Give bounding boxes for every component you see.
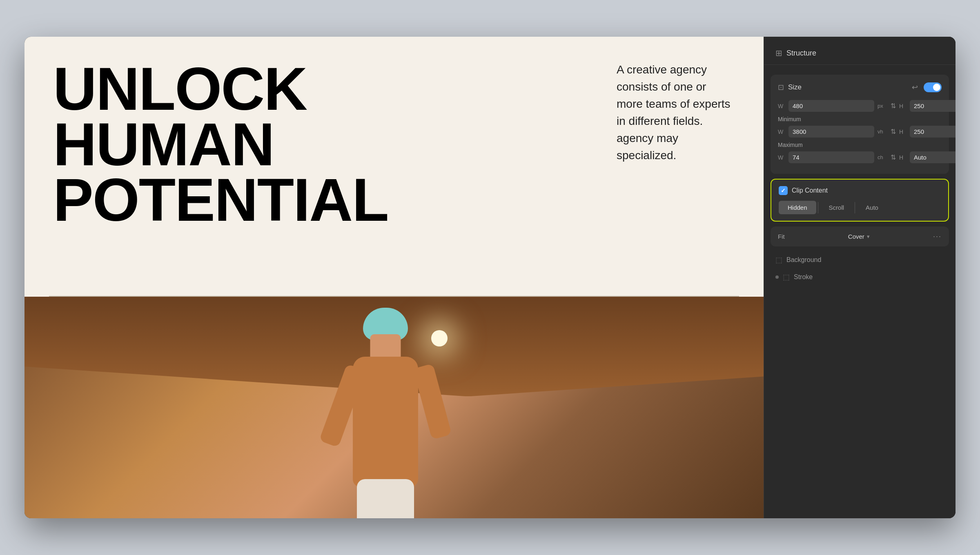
clip-option-scroll[interactable]: Scroll <box>820 201 853 214</box>
min-wh-row: W vh ⇅ H % <box>778 126 942 138</box>
maximum-label: Maximum <box>778 142 942 148</box>
max-swap-icon[interactable]: ⇅ <box>891 153 896 161</box>
size-icon: ⊡ <box>778 83 784 92</box>
clip-label: Clip Content <box>792 187 828 194</box>
fit-dropdown-label: Cover <box>848 233 864 240</box>
skater-legs <box>357 479 414 518</box>
min-swap-icon[interactable]: ⇅ <box>891 128 896 135</box>
skater-figure <box>320 308 451 507</box>
minimum-label: Minimum <box>778 116 942 122</box>
swap-icon[interactable]: ⇅ <box>891 102 896 110</box>
hero-top-section: UNLOCK HUMAN POTENTIAL A creative agency… <box>24 37 764 297</box>
panel-content: ⊡ Size ↩ W px ⇅ H px <box>764 65 956 518</box>
app-window: UNLOCK HUMAN POTENTIAL A creative agency… <box>24 37 956 518</box>
min-width-unit: vh <box>878 129 887 135</box>
max-height-input[interactable] <box>910 151 956 163</box>
size-section-header: ⊡ Size ↩ <box>778 81 942 93</box>
max-width-unit: ch <box>878 154 887 160</box>
height-input[interactable] <box>910 100 956 112</box>
max-height-label: H <box>899 154 906 161</box>
max-width-input[interactable] <box>788 151 874 163</box>
size-toggle[interactable] <box>924 82 942 92</box>
min-height-label: H <box>899 129 906 135</box>
max-wh-row: W ch ⇅ H -- <box>778 151 942 163</box>
structure-icon: ⊞ <box>775 48 782 58</box>
size-section: ⊡ Size ↩ W px ⇅ H px <box>771 75 949 174</box>
background-section-header: ⬚ Background <box>764 251 956 269</box>
hero-bottom-section <box>24 297 764 518</box>
stroke-section-header: ⬚ Stroke <box>764 269 956 286</box>
undo-button[interactable]: ↩ <box>910 81 920 93</box>
size-section-actions: ↩ <box>910 81 942 93</box>
clip-option-hidden[interactable]: Hidden <box>779 201 816 214</box>
width-unit: px <box>878 103 887 109</box>
min-width-label: W <box>778 129 785 135</box>
size-wh-row: W px ⇅ H px <box>778 100 942 112</box>
fit-section: Fit Cover ▾ ··· <box>771 226 949 246</box>
chevron-down-icon: ▾ <box>867 233 870 240</box>
size-title: Size <box>788 83 802 91</box>
min-width-input[interactable] <box>788 126 874 138</box>
max-width-label: W <box>778 154 785 161</box>
clip-checkbox[interactable] <box>779 186 788 195</box>
clip-options-divider-2 <box>855 202 855 213</box>
min-height-input[interactable] <box>910 126 956 138</box>
panel-header: ⊞ Structure <box>764 37 956 65</box>
fit-more-button[interactable]: ··· <box>933 232 942 241</box>
height-label: H <box>899 103 906 109</box>
hero-description: A creative agency consists of one or mor… <box>617 61 731 164</box>
stroke-dot-icon <box>775 275 779 279</box>
clip-options: Hidden Scroll Auto <box>779 201 941 214</box>
clip-options-divider <box>818 202 818 213</box>
size-section-left: ⊡ Size <box>778 83 802 92</box>
clip-content-section: Clip Content Hidden Scroll Auto <box>771 179 949 222</box>
hero-headline: UNLOCK HUMAN POTENTIAL <box>53 61 323 228</box>
fit-dropdown[interactable]: Cover ▾ <box>848 233 870 240</box>
fit-label: Fit <box>778 233 785 240</box>
stroke-label: Stroke <box>794 273 813 281</box>
background-label: Background <box>786 256 821 264</box>
clip-header: Clip Content <box>779 186 941 195</box>
background-icon: ⬚ <box>775 255 782 264</box>
skater-arm-right <box>413 364 452 440</box>
width-input[interactable] <box>788 100 874 112</box>
width-label: W <box>778 103 785 109</box>
canvas-area: UNLOCK HUMAN POTENTIAL A creative agency… <box>24 37 764 518</box>
right-panel: ⊞ Structure ⊡ Size ↩ W <box>764 37 956 518</box>
clip-option-auto[interactable]: Auto <box>857 201 887 214</box>
stroke-icon: ⬚ <box>783 273 790 282</box>
panel-title: Structure <box>786 49 816 58</box>
